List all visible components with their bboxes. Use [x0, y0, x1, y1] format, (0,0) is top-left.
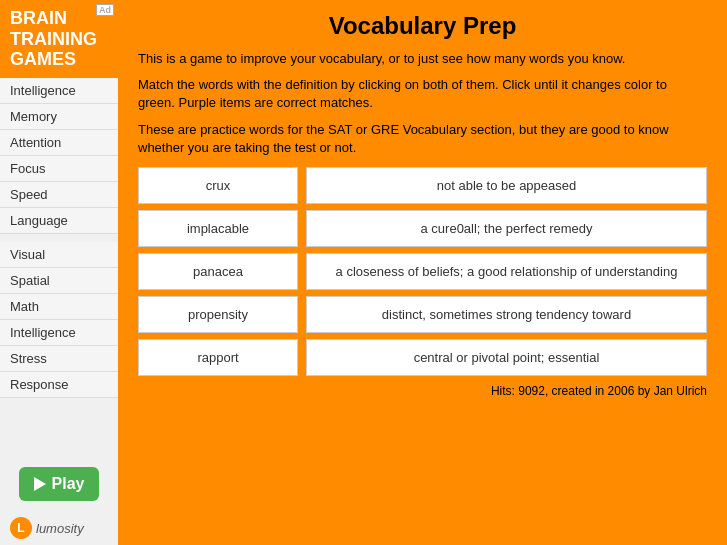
description-2: Match the words with the definition by c… [138, 76, 707, 112]
vocab-def-0[interactable]: not able to be appeased [306, 167, 707, 204]
page-title: Vocabulary Prep [138, 12, 707, 40]
vocab-row-0: crux not able to be appeased [138, 167, 707, 204]
vocab-row-3: propensity distinct, sometimes strong te… [138, 296, 707, 333]
sidebar-item-focus[interactable]: Focus [0, 156, 118, 182]
vocab-def-2[interactable]: a closeness of beliefs; a good relations… [306, 253, 707, 290]
vocab-def-3[interactable]: distinct, sometimes strong tendency towa… [306, 296, 707, 333]
vocab-word-0[interactable]: crux [138, 167, 298, 204]
vocab-grid: crux not able to be appeased implacable … [138, 167, 707, 376]
description-1: This is a game to improve your vocabular… [138, 50, 707, 68]
sidebar-group2: Visual Spatial Math Intelligence Stress … [0, 242, 118, 398]
main-content: Vocabulary Prep This is a game to improv… [118, 0, 727, 545]
vocab-word-1[interactable]: implacable [138, 210, 298, 247]
sidebar: Ad BRAIN TRAINING GAMES Intelligence Mem… [0, 0, 118, 545]
sidebar-item-math[interactable]: Math [0, 294, 118, 320]
sidebar-title-line2: TRAINING [10, 29, 108, 50]
sidebar-item-response[interactable]: Response [0, 372, 118, 398]
play-button[interactable]: Play [19, 467, 99, 501]
vocab-row-4: rapport central or pivotal point; essent… [138, 339, 707, 376]
vocab-def-4[interactable]: central or pivotal point; essential [306, 339, 707, 376]
sidebar-item-spatial[interactable]: Spatial [0, 268, 118, 294]
sidebar-item-language[interactable]: Language [0, 208, 118, 234]
lumosity-logo: L lumosity [0, 511, 118, 545]
vocab-word-2[interactable]: panacea [138, 253, 298, 290]
lumosity-text: lumosity [36, 521, 84, 536]
sidebar-header: Ad BRAIN TRAINING GAMES [0, 0, 118, 78]
sidebar-group1: Intelligence Memory Attention Focus Spee… [0, 78, 118, 234]
sidebar-item-intelligence[interactable]: Intelligence [0, 78, 118, 104]
description-3: These are practice words for the SAT or … [138, 121, 707, 157]
lumosity-icon: L [10, 517, 32, 539]
play-label: Play [52, 475, 85, 493]
sidebar-title-line3: GAMES [10, 49, 108, 70]
play-icon [34, 477, 46, 491]
vocab-row-2: panacea a closeness of beliefs; a good r… [138, 253, 707, 290]
sidebar-item-visual[interactable]: Visual [0, 242, 118, 268]
sidebar-item-stress[interactable]: Stress [0, 346, 118, 372]
ad-badge: Ad [96, 4, 114, 16]
footer-text: Hits: 9092, created in 2006 by Jan Ulric… [138, 384, 707, 398]
sidebar-item-intelligence2[interactable]: Intelligence [0, 320, 118, 346]
sidebar-title-line1: BRAIN [10, 8, 108, 29]
vocab-row-1: implacable a cure0all; the perfect remed… [138, 210, 707, 247]
sidebar-item-attention[interactable]: Attention [0, 130, 118, 156]
vocab-word-3[interactable]: propensity [138, 296, 298, 333]
sidebar-divider [0, 234, 118, 242]
sidebar-item-memory[interactable]: Memory [0, 104, 118, 130]
vocab-def-1[interactable]: a cure0all; the perfect remedy [306, 210, 707, 247]
sidebar-item-speed[interactable]: Speed [0, 182, 118, 208]
vocab-word-4[interactable]: rapport [138, 339, 298, 376]
